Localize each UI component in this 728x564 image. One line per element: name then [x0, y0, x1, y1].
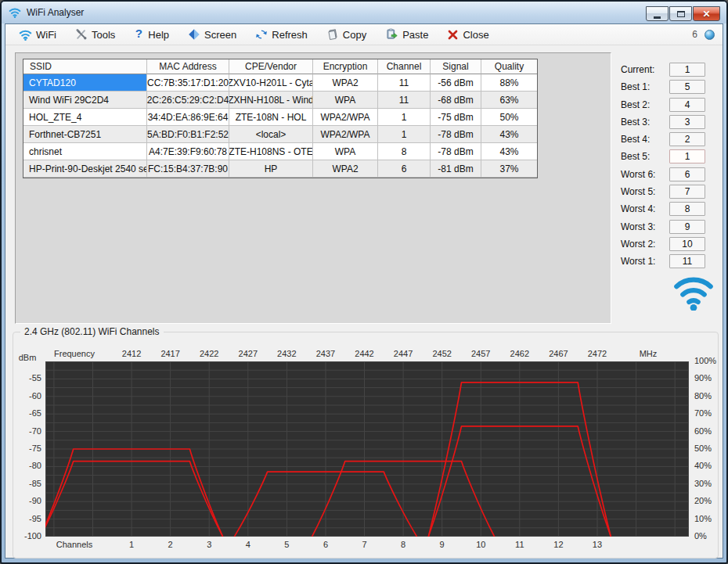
column-header-ssid[interactable]: SSID — [23, 59, 147, 74]
cell-encryption[interactable]: WPA2 — [313, 160, 378, 178]
spectrum-plot — [45, 361, 689, 537]
cell-mac[interactable]: A4:7E:39:F9:60:78 — [147, 143, 229, 160]
column-header-encryption[interactable]: Encryption — [313, 59, 378, 74]
column-header-quality[interactable]: Quality — [481, 59, 537, 74]
cell-vendor[interactable]: ZXV10-H201L - Cyta — [229, 74, 313, 92]
cell-quality[interactable]: 37% — [481, 160, 537, 178]
cell-channel[interactable]: 1 — [378, 126, 431, 143]
cell-mac[interactable]: 5A:BD:F0:B1:F2:52 — [147, 126, 229, 143]
toolbar-button-refresh[interactable]: Refresh — [248, 26, 315, 43]
cell-signal[interactable]: -81 dBm — [431, 160, 481, 178]
cell-signal[interactable]: -78 dBm — [431, 143, 481, 160]
cell-vendor[interactable]: <local> — [229, 126, 313, 143]
toolbar-button-close[interactable]: Close — [440, 27, 496, 43]
cell-ssid[interactable]: HOL_ZTE_4 — [23, 109, 147, 126]
column-header-signal[interactable]: Signal — [431, 59, 481, 74]
cell-mac[interactable]: CC:7B:35:17:D1:20 — [147, 74, 229, 92]
cell-channel[interactable]: 11 — [378, 74, 431, 92]
table-header-row: SSIDMAC AddressCPE/VendorEncryptionChann… — [23, 59, 537, 74]
cell-mac[interactable]: 2C:26:C5:29:C2:D4 — [147, 92, 229, 109]
cell-mac[interactable]: FC:15:B4:37:7B:90 — [147, 160, 229, 178]
cell-channel[interactable]: 8 — [378, 143, 431, 160]
cell-quality[interactable]: 88% — [481, 74, 537, 92]
cell-ssid[interactable]: Wind WiFi 29C2D4 — [23, 92, 147, 109]
table-row[interactable]: CYTAD120CC:7B:35:17:D1:20ZXV10-H201L - C… — [23, 74, 537, 92]
dbm-tick: -95 — [13, 514, 41, 523]
table-row[interactable]: HP-Print-90-Deskjet 2540 seriesFC:15:B4:… — [23, 160, 537, 178]
dbm-axis-label: dBm — [13, 353, 41, 362]
channel-rank-label: Best 5: — [621, 151, 669, 162]
cell-signal[interactable]: -75 dBm — [431, 109, 481, 126]
toolbar-button-label: Close — [463, 29, 488, 41]
cell-signal[interactable]: -78 dBm — [431, 126, 481, 143]
column-header-channel[interactable]: Channel — [378, 59, 431, 74]
channel-rank-label: Best 3: — [621, 117, 669, 128]
channel-rank-value: 2 — [669, 132, 705, 146]
cell-vendor[interactable]: ZXHN-H108L - Wind — [229, 92, 313, 109]
cell-quality[interactable]: 63% — [481, 92, 537, 109]
percent-tick: 20% — [694, 496, 726, 505]
maximize-button[interactable] — [669, 6, 692, 21]
chart-title: 2.4 GHz (802.11) WiFi Channels — [20, 326, 164, 337]
cell-vendor[interactable]: ZTE-108N - HOL — [229, 109, 313, 126]
cell-signal[interactable]: -56 dBm — [431, 74, 481, 92]
toolbar-button-label: Help — [148, 29, 169, 41]
cell-encryption[interactable]: WPA2/WPA — [313, 126, 378, 143]
cell-vendor[interactable]: HP — [229, 160, 313, 178]
table-row[interactable]: HOL_ZTE_434:4D:EA:86:9E:64ZTE-108N - HOL… — [23, 109, 537, 126]
cell-channel[interactable]: 1 — [378, 109, 431, 126]
frequency-tick: 2467 — [542, 349, 574, 358]
close-button[interactable]: ✕ — [693, 6, 720, 21]
channel-rank-label: Best 4: — [621, 134, 669, 145]
table-row[interactable]: chrisnetA4:7E:39:F9:60:78ZTE-H108NS - OT… — [23, 143, 537, 160]
dbm-tick: -80 — [13, 461, 41, 470]
cell-signal[interactable]: -68 dBm — [431, 92, 481, 109]
toolbar-button-label: Refresh — [272, 29, 308, 41]
channel-tick: 7 — [349, 540, 380, 549]
channel-rank-value: 7 — [669, 185, 705, 199]
cell-encryption[interactable]: WPA — [313, 143, 378, 160]
toolbar-button-paste[interactable]: Paste — [378, 26, 435, 43]
paste-icon — [385, 28, 398, 41]
column-header-mac[interactable]: MAC Address — [147, 59, 229, 74]
channel-rank-label: Worst 1: — [621, 256, 669, 267]
cell-encryption[interactable]: WPA2 — [313, 74, 378, 92]
cell-encryption[interactable]: WPA2/WPA — [313, 109, 378, 126]
cell-encryption[interactable]: WPA — [313, 92, 378, 109]
cell-quality[interactable]: 43% — [481, 143, 537, 160]
toolbar-button-help[interactable]: ?Help — [127, 26, 176, 43]
cell-ssid[interactable]: CYTAD120 — [23, 74, 147, 92]
cell-ssid[interactable]: Forthnet-CB7251 — [23, 126, 147, 143]
channel-rank-label: Worst 5: — [621, 186, 669, 197]
column-header-vendor[interactable]: CPE/Vendor — [229, 59, 313, 74]
refresh-icon — [255, 28, 268, 41]
percent-tick: 60% — [694, 426, 726, 436]
minimize-button[interactable] — [646, 6, 669, 21]
table-row[interactable]: Wind WiFi 29C2D42C:26:C5:29:C2:D4ZXHN-H1… — [23, 92, 537, 109]
caption-buttons: ✕ — [646, 6, 720, 21]
cell-vendor[interactable]: ZTE-H108NS - OTE — [229, 143, 313, 160]
toolbar-button-copy[interactable]: Copy — [319, 26, 373, 43]
cell-ssid[interactable]: HP-Print-90-Deskjet 2540 series — [23, 160, 147, 178]
toolbar-button-wifi[interactable]: WiFi — [12, 27, 63, 43]
frequency-tick: 2452 — [427, 349, 458, 358]
cell-ssid[interactable]: chrisnet — [23, 143, 147, 160]
toolbar-button-screen[interactable]: Screen — [181, 26, 243, 43]
channel-tick: 2 — [155, 540, 186, 549]
toolbar-button-label: Copy — [343, 29, 366, 41]
table-row[interactable]: Forthnet-CB72515A:BD:F0:B1:F2:52<local>W… — [23, 126, 537, 143]
cell-channel[interactable]: 11 — [378, 92, 431, 109]
channel-tick: 9 — [427, 540, 458, 549]
networks-table: SSIDMAC AddressCPE/VendorEncryptionChann… — [23, 59, 538, 178]
channel-tick: 10 — [465, 540, 496, 549]
minimize-icon — [654, 16, 661, 19]
toolbar-button-tools[interactable]: Tools — [68, 26, 122, 43]
cell-quality[interactable]: 50% — [481, 109, 537, 126]
cell-channel[interactable]: 6 — [378, 160, 431, 178]
cell-mac[interactable]: 34:4D:EA:86:9E:64 — [147, 109, 229, 126]
channel-rank-row: Worst 2:10 — [621, 237, 705, 251]
cell-quality[interactable]: 43% — [481, 126, 537, 143]
titlebar[interactable]: WiFi Analyser ✕ — [2, 2, 726, 23]
channel-tick: 4 — [232, 540, 264, 549]
wifi-icon — [19, 29, 32, 41]
